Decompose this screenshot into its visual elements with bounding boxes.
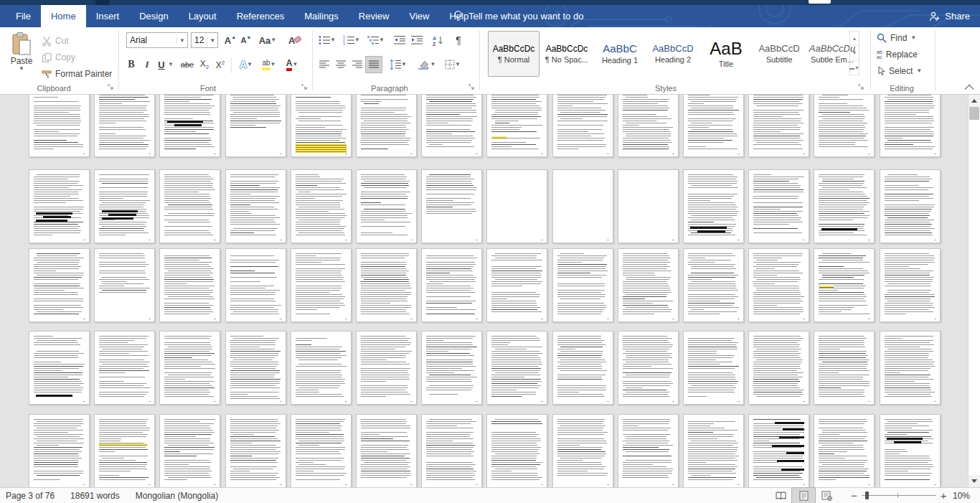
line-spacing-button[interactable]: ▼ — [387, 57, 409, 72]
bullets-button[interactable]: ▼ — [316, 32, 338, 48]
page-thumbnail[interactable] — [748, 414, 809, 487]
page-thumbnail[interactable] — [159, 169, 220, 243]
page-thumbnail[interactable] — [618, 248, 679, 322]
page-thumbnail[interactable] — [814, 169, 875, 243]
page-thumbnail[interactable] — [356, 95, 417, 157]
tab-references[interactable]: References — [227, 5, 294, 27]
page-thumbnail[interactable] — [356, 169, 417, 243]
page-thumbnail[interactable] — [618, 331, 679, 405]
align-right-button[interactable] — [349, 57, 365, 72]
zoom-in-button[interactable]: + — [941, 489, 947, 502]
page-thumbnail[interactable] — [683, 331, 744, 405]
font-size-combobox[interactable]: 12 ▼ — [191, 32, 218, 48]
page-thumbnail[interactable] — [486, 248, 547, 322]
find-button[interactable]: Find▼ — [877, 33, 916, 43]
page-thumbnail[interactable] — [486, 331, 547, 405]
style-heading-1[interactable]: AaBbCHeading 1 — [594, 31, 646, 77]
page-thumbnail[interactable] — [880, 414, 941, 487]
zoom-percentage[interactable]: 10% — [953, 488, 970, 503]
page-thumbnail[interactable] — [291, 95, 352, 157]
word-count[interactable]: 18691 words — [70, 491, 120, 501]
strikethrough-button[interactable]: abe — [176, 57, 198, 72]
shading-button[interactable]: ▼ — [416, 57, 438, 72]
page-thumbnail[interactable] — [683, 169, 744, 243]
page-thumbnail[interactable] — [814, 414, 875, 487]
page-thumbnail[interactable] — [29, 248, 90, 322]
page-thumbnail[interactable] — [552, 95, 613, 157]
clear-formatting-button[interactable]: A — [287, 32, 303, 48]
page-thumbnail[interactable] — [486, 95, 547, 157]
page-thumbnail[interactable] — [94, 95, 155, 157]
subscript-button[interactable]: X2 — [197, 57, 212, 72]
justify-button[interactable] — [366, 57, 382, 72]
read-mode-button[interactable] — [769, 488, 792, 503]
font-color-button[interactable]: A▼ — [281, 57, 303, 72]
web-layout-button[interactable] — [815, 488, 838, 503]
page-thumbnail[interactable] — [356, 331, 417, 405]
align-left-button[interactable] — [316, 57, 332, 72]
clipboard-dialog-launcher-icon[interactable] — [108, 84, 116, 93]
show-hide-pilcrow-button[interactable]: ¶ — [451, 32, 466, 48]
page-thumbnail[interactable] — [748, 169, 809, 243]
page-thumbnail[interactable] — [552, 331, 613, 405]
page-thumbnail[interactable] — [421, 414, 482, 487]
page-thumbnail[interactable] — [683, 414, 744, 487]
page-thumbnail[interactable] — [880, 95, 941, 157]
page-thumbnail[interactable] — [225, 331, 286, 405]
document-canvas[interactable] — [0, 95, 968, 487]
scrollbar-thumb[interactable] — [969, 107, 979, 120]
numbering-button[interactable]: 123▼ — [341, 32, 362, 48]
page-thumbnail[interactable] — [880, 169, 941, 243]
style-subtitle[interactable]: AaBbCcDSubtitle — [753, 31, 805, 77]
style--normal[interactable]: AaBbCcDc¶ Normal — [488, 31, 540, 77]
styles-gallery-more-icon[interactable]: ▬▼ — [850, 61, 859, 75]
page-thumbnail[interactable] — [552, 414, 613, 487]
page-thumbnail[interactable] — [748, 248, 809, 322]
page-thumbnail[interactable] — [814, 331, 875, 405]
page-thumbnail[interactable] — [748, 95, 809, 157]
page-thumbnail[interactable] — [486, 414, 547, 487]
grow-font-button[interactable]: A▲ — [222, 32, 238, 48]
page-thumbnail[interactable] — [814, 248, 875, 322]
styles-scroll-up-icon[interactable]: ▲ — [850, 32, 859, 46]
bold-button[interactable]: B — [123, 57, 139, 72]
style--no-spac-[interactable]: AaBbCcDc¶ No Spac... — [541, 31, 593, 77]
text-effects-button[interactable]: A▼ — [235, 57, 257, 72]
tab-home[interactable]: Home — [41, 5, 86, 27]
page-thumbnail[interactable] — [618, 169, 679, 243]
page-thumbnail[interactable] — [618, 95, 679, 157]
styles-scroll-down-icon[interactable]: ▼ — [850, 46, 859, 60]
page-thumbnail[interactable] — [225, 248, 286, 322]
tab-mailings[interactable]: Mailings — [294, 5, 349, 27]
page-thumbnail[interactable] — [29, 331, 90, 405]
format-painter-button[interactable]: Format Painter — [42, 66, 112, 82]
page-thumbnail[interactable] — [225, 169, 286, 243]
page-thumbnail[interactable] — [748, 331, 809, 405]
copy-button[interactable]: Copy — [42, 50, 75, 65]
page-thumbnail[interactable] — [94, 414, 155, 487]
page-thumbnail[interactable] — [159, 248, 220, 322]
multilevel-list-button[interactable]: ▼ — [365, 32, 387, 48]
page-thumbnail[interactable] — [94, 248, 155, 322]
page-thumbnail[interactable] — [421, 95, 482, 157]
tab-view[interactable]: View — [399, 5, 439, 27]
scroll-up-button[interactable] — [969, 95, 980, 107]
select-button[interactable]: Select▼ — [877, 66, 922, 76]
page-indicator[interactable]: Page 3 of 76 — [6, 491, 55, 501]
page-thumbnail[interactable] — [683, 248, 744, 322]
font-family-combobox[interactable]: Arial ▼ — [126, 32, 188, 48]
page-thumbnail[interactable] — [291, 414, 352, 487]
page-thumbnail[interactable] — [880, 331, 941, 405]
page-thumbnail[interactable] — [618, 414, 679, 487]
page-thumbnail[interactable] — [94, 169, 155, 243]
replace-button[interactable]: abac Replace — [877, 50, 918, 60]
page-thumbnail[interactable] — [29, 169, 90, 243]
italic-button[interactable]: I — [139, 57, 155, 72]
vertical-scrollbar[interactable] — [968, 95, 980, 487]
paste-button[interactable]: Paste ▼ — [6, 32, 37, 82]
page-thumbnail[interactable] — [880, 248, 941, 322]
zoom-out-button[interactable]: − — [851, 489, 857, 502]
page-thumbnail[interactable] — [291, 248, 352, 322]
page-thumbnail[interactable] — [421, 169, 482, 243]
tab-design[interactable]: Design — [129, 5, 178, 27]
